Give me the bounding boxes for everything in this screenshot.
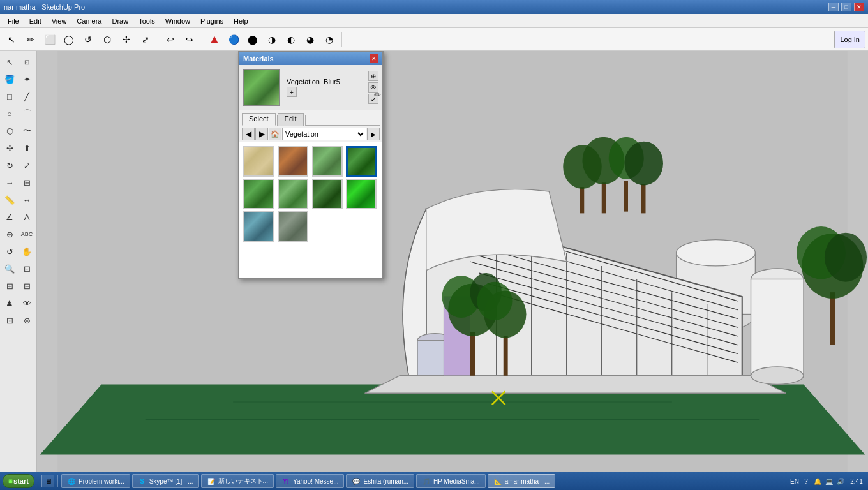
toolbar-camera6[interactable]: ◕	[301, 31, 319, 48]
materials-tool-1[interactable]: +	[287, 87, 297, 97]
toolbar-camera3[interactable]: ⬤	[244, 31, 262, 48]
toolbar-select[interactable]: ↖	[3, 31, 20, 48]
toolbar-camera4[interactable]: ◑	[263, 31, 281, 48]
tool-eraser2[interactable]: ✦	[19, 71, 35, 87]
materials-back-btn[interactable]: ◀	[242, 128, 255, 140]
swatch-4[interactable]	[346, 146, 377, 177]
tool-zoom[interactable]: 🔍	[1, 260, 18, 277]
tool-pan[interactable]: ✋	[19, 243, 35, 260]
tool-section2[interactable]: ⊛	[19, 312, 35, 329]
viewport[interactable]: Materials ✕ Vegetation_Blur5 + ⊕ 👁 ↙	[37, 51, 868, 472]
tool-dim[interactable]: ↔	[19, 191, 35, 208]
tool-section[interactable]: ⊡	[1, 312, 18, 329]
menu-tools[interactable]: Tools	[133, 16, 160, 26]
menu-draw[interactable]: Draw	[107, 16, 133, 26]
materials-detail-btn[interactable]: ▶	[367, 128, 380, 140]
tool-freehand[interactable]: 〜	[19, 122, 35, 139]
tool-protractor[interactable]: ∠	[1, 209, 18, 225]
tool-3dtext[interactable]: ABC	[19, 226, 35, 242]
menu-help[interactable]: Help	[228, 16, 253, 26]
tool-text[interactable]: A	[19, 209, 35, 225]
toolbar-camera5[interactable]: ◐	[282, 31, 300, 48]
materials-preview: Vegetation_Blur5 + ⊕ 👁 ↙	[239, 65, 382, 110]
taskbar-task-1[interactable]: 🌐 Problem worki...	[61, 474, 130, 488]
tool-move[interactable]: ✢	[1, 140, 18, 156]
tool-offset[interactable]: ⊞	[19, 174, 35, 191]
menu-plugins[interactable]: Plugins	[195, 16, 228, 26]
swatch-9[interactable]	[243, 211, 274, 242]
menu-window[interactable]: Window	[160, 16, 195, 26]
tool-zoom-window[interactable]: ⊡	[19, 260, 35, 277]
tool-rect[interactable]: □	[1, 88, 18, 105]
tool-zoom-ext[interactable]: ⊞	[1, 278, 18, 294]
swatch-1[interactable]	[243, 146, 274, 177]
swatch-3[interactable]	[312, 146, 343, 177]
tool-circle[interactable]: ○	[1, 105, 18, 122]
swatch-8[interactable]	[346, 179, 377, 209]
toolbar-login[interactable]: Log In	[834, 31, 865, 48]
tool-tape[interactable]: 📏	[1, 191, 18, 208]
swatch-7[interactable]	[312, 179, 343, 209]
preview-create-btn[interactable]: ⊕	[368, 71, 378, 81]
taskbar-task-3[interactable]: 📝 新しいテキスト...	[201, 474, 274, 488]
eyedropper-icon[interactable]: ✏	[374, 90, 381, 100]
menu-file[interactable]: File	[3, 16, 24, 26]
menu-camera[interactable]: Camera	[71, 16, 107, 26]
materials-home-btn[interactable]: 🏠	[269, 128, 281, 140]
toolbar-camera2[interactable]: 🔵	[225, 31, 243, 48]
toolbar-camera7[interactable]: ◔	[320, 31, 338, 48]
swatch-6[interactable]	[278, 179, 308, 209]
swatch-5[interactable]	[243, 179, 274, 209]
tool-orbit[interactable]: ↺	[1, 243, 18, 260]
tray-icon-5[interactable]: 🔊	[836, 477, 845, 486]
menu-view[interactable]: View	[47, 16, 72, 26]
materials-fwd-btn[interactable]: ▶	[255, 128, 268, 140]
tool-pushpull[interactable]: ⬆	[19, 140, 35, 156]
tool-polygon[interactable]: ⬡	[1, 122, 18, 139]
tool-paint-bucket[interactable]: 🪣	[1, 71, 18, 87]
tool-prev-view[interactable]: ⊟	[19, 278, 35, 294]
tab-edit[interactable]: Edit	[278, 113, 304, 126]
toolbar-paint[interactable]: ◯	[60, 31, 78, 48]
tool-component-select[interactable]: ⊡	[19, 54, 35, 70]
tab-select[interactable]: Select	[242, 113, 276, 126]
maximize-button[interactable]: □	[841, 3, 851, 11]
close-button[interactable]: ✕	[854, 3, 864, 11]
materials-panel-titlebar[interactable]: Materials ✕	[239, 52, 382, 65]
tool-select[interactable]: ↖	[1, 54, 18, 70]
toolbar-scale[interactable]: ⤢	[137, 31, 154, 48]
start-button[interactable]: ⊞ start	[3, 474, 34, 488]
tray-icon-3[interactable]: 🔔	[813, 477, 822, 486]
materials-category-select[interactable]: Vegetation Brick and Cladding Colors Gla…	[282, 128, 366, 140]
tray-icon-2[interactable]: ?	[802, 477, 811, 486]
tool-axes[interactable]: ⊕	[1, 226, 18, 242]
taskbar-task-7[interactable]: 📐 amar matha - ...	[488, 474, 556, 488]
toolbar-pushpull[interactable]: ⬡	[98, 31, 116, 48]
tool-scale2[interactable]: ⤢	[19, 157, 35, 174]
toolbar-redo[interactable]: ↪	[181, 31, 198, 48]
tool-arc[interactable]: ⌒	[19, 105, 35, 122]
tool-look[interactable]: 👁	[19, 295, 35, 311]
tool-walk[interactable]: ♟	[1, 295, 18, 311]
taskbar-task-4[interactable]: Y! Yahoo! Messe...	[276, 474, 345, 488]
toolbar-eraser[interactable]: ⬜	[41, 31, 59, 48]
taskbar-task-2[interactable]: S Skype™ [1] - ...	[132, 474, 199, 488]
taskbar-task-5[interactable]: 💬 Eshita (ruman...	[346, 474, 414, 488]
swatch-10[interactable]	[278, 211, 308, 242]
minimize-button[interactable]: ─	[828, 3, 839, 11]
toolbar-camera1[interactable]: ▲	[206, 31, 223, 48]
swatch-2[interactable]	[278, 146, 308, 177]
toolbar-undo[interactable]: ↩	[161, 31, 179, 48]
toolbar-pencil[interactable]: ✏	[22, 31, 40, 48]
taskbar-task-6[interactable]: 🎵 HP MediaSma...	[416, 474, 486, 488]
materials-panel-close[interactable]: ✕	[370, 54, 378, 63]
tool-rotate[interactable]: ↻	[1, 157, 18, 174]
tool-follow-me[interactable]: →	[1, 174, 18, 191]
toolbar-orbit[interactable]: ↺	[79, 31, 97, 48]
menu-edit[interactable]: Edit	[24, 16, 47, 26]
toolbar-move[interactable]: ✢	[117, 31, 135, 48]
taskbar-show-desktop[interactable]: 🖥	[41, 475, 54, 487]
tray-icon-1[interactable]: EN	[790, 477, 799, 486]
tray-icon-4[interactable]: 💻	[825, 477, 834, 486]
tool-line[interactable]: ╱	[19, 88, 35, 105]
